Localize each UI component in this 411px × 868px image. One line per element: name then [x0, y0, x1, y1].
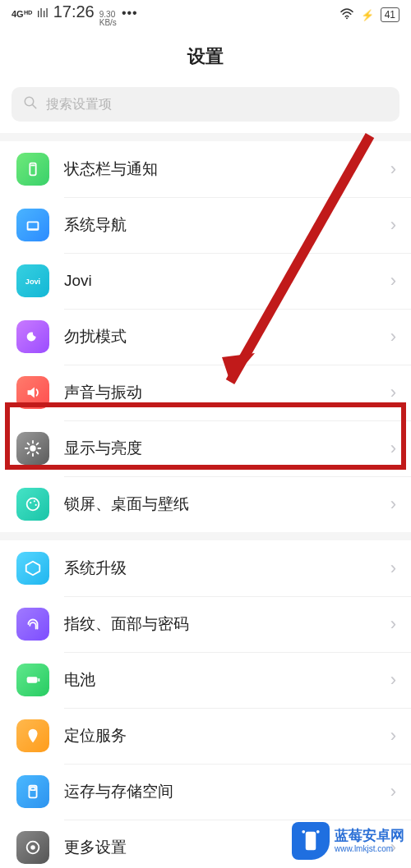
upgrade-icon [16, 552, 49, 585]
chevron-right-icon: › [390, 558, 396, 579]
signal-bars-icon: ılıl [37, 7, 48, 20]
status-right: ⚡ 41 [339, 7, 399, 22]
chevron-right-icon: › [390, 326, 396, 347]
search-input[interactable] [46, 97, 388, 112]
item-label: 勿扰模式 [64, 326, 390, 347]
svg-text:Jovi: Jovi [25, 278, 40, 286]
chevron-right-icon: › [390, 158, 396, 180]
svg-rect-22 [38, 678, 39, 682]
chevron-right-icon: › [390, 270, 396, 292]
item-label: 锁屏、桌面与壁纸 [64, 494, 390, 515]
chevron-right-icon: › [390, 494, 396, 515]
svg-rect-25 [30, 788, 35, 791]
status-bar-icon [16, 153, 49, 186]
item-label: 声音与振动 [64, 382, 390, 403]
item-sound[interactable]: 声音与振动 › [0, 365, 411, 420]
svg-point-18 [30, 502, 31, 503]
wallpaper-icon [16, 488, 49, 521]
jovi-icon: Jovi [16, 264, 49, 297]
storage-icon [16, 775, 49, 808]
search-icon [23, 95, 38, 113]
battery-level: 41 [381, 7, 399, 22]
network-indicator: 4Gᴴᴰ [12, 9, 32, 20]
wifi-icon [339, 8, 354, 22]
chevron-right-icon: › [390, 438, 396, 459]
svg-line-16 [37, 443, 39, 445]
location-icon [16, 719, 49, 752]
svg-point-27 [30, 845, 35, 850]
chevron-right-icon: › [390, 214, 396, 236]
search-section [0, 80, 411, 133]
item-storage[interactable]: 运存与存储空间 › [0, 764, 411, 820]
svg-line-2 [32, 104, 36, 108]
status-left: 4Gᴴᴰ ılıl 17:26 9.30KB/s ••• [12, 2, 138, 27]
svg-point-0 [346, 17, 348, 19]
svg-rect-21 [27, 677, 38, 682]
chevron-right-icon: › [390, 382, 396, 403]
item-label: Jovi [64, 272, 390, 290]
search-box[interactable] [12, 87, 399, 122]
status-bar: 4Gᴴᴰ ılıl 17:26 9.30KB/s ••• ⚡ 41 [0, 0, 411, 30]
item-label: 状态栏与通知 [64, 158, 390, 180]
settings-group-1: 状态栏与通知 › 系统导航 › Jovi Jovi › 勿扰模式 › 声音与振动… [0, 141, 411, 532]
svg-line-15 [28, 452, 30, 454]
item-label: 系统导航 [64, 214, 390, 236]
chevron-right-icon: › [390, 613, 396, 635]
item-battery[interactable]: 电池 › [0, 652, 411, 708]
item-biometrics[interactable]: 指纹、面部与密码 › [0, 596, 411, 652]
svg-point-31 [302, 830, 305, 834]
item-label: 定位服务 [64, 725, 390, 746]
item-label: 系统升级 [64, 558, 390, 579]
svg-point-32 [316, 830, 320, 834]
charging-icon: ⚡ [361, 9, 374, 21]
svg-rect-5 [28, 222, 39, 229]
battery-icon [16, 664, 49, 696]
chevron-right-icon: › [390, 669, 396, 691]
watermark-logo-icon [292, 822, 330, 860]
more-indicator-icon: ••• [122, 6, 138, 21]
display-icon [16, 432, 49, 465]
item-display[interactable]: 显示与亮度 › [0, 420, 411, 476]
svg-point-17 [27, 498, 39, 511]
page-header: 设置 [0, 30, 411, 80]
chevron-right-icon: › [390, 781, 396, 802]
svg-line-14 [37, 452, 39, 454]
dnd-icon [16, 320, 49, 353]
sound-icon [16, 376, 49, 409]
item-label: 电池 [64, 669, 390, 691]
svg-point-8 [30, 445, 35, 451]
data-speed: 9.30KB/s [99, 11, 117, 27]
watermark-text: 蓝莓安卓网 www.lmkjst.com [335, 828, 404, 853]
clock: 17:26 [53, 2, 95, 21]
svg-rect-30 [306, 832, 316, 851]
nav-icon [16, 209, 49, 241]
svg-line-13 [28, 443, 30, 445]
item-jovi[interactable]: Jovi Jovi › [0, 253, 411, 309]
svg-point-20 [35, 504, 37, 506]
item-label: 指纹、面部与密码 [64, 613, 390, 635]
more-settings-icon [16, 831, 49, 864]
watermark: 蓝莓安卓网 www.lmkjst.com [292, 822, 404, 860]
item-system-nav[interactable]: 系统导航 › [0, 197, 411, 253]
fingerprint-icon [16, 608, 49, 641]
item-system-upgrade[interactable]: 系统升级 › [0, 540, 411, 596]
svg-point-19 [34, 500, 35, 502]
item-dnd[interactable]: 勿扰模式 › [0, 309, 411, 365]
item-location[interactable]: 定位服务 › [0, 708, 411, 764]
item-wallpaper[interactable]: 锁屏、桌面与壁纸 › [0, 476, 411, 532]
item-label: 运存与存储空间 [64, 781, 390, 802]
page-title: 设置 [0, 44, 411, 69]
chevron-right-icon: › [390, 725, 396, 746]
item-status-bar-notify[interactable]: 状态栏与通知 › [0, 141, 411, 197]
settings-group-2: 系统升级 › 指纹、面部与密码 › 电池 › 定位服务 › 运存与存储空间 › … [0, 540, 411, 868]
item-label: 显示与亮度 [64, 438, 390, 459]
